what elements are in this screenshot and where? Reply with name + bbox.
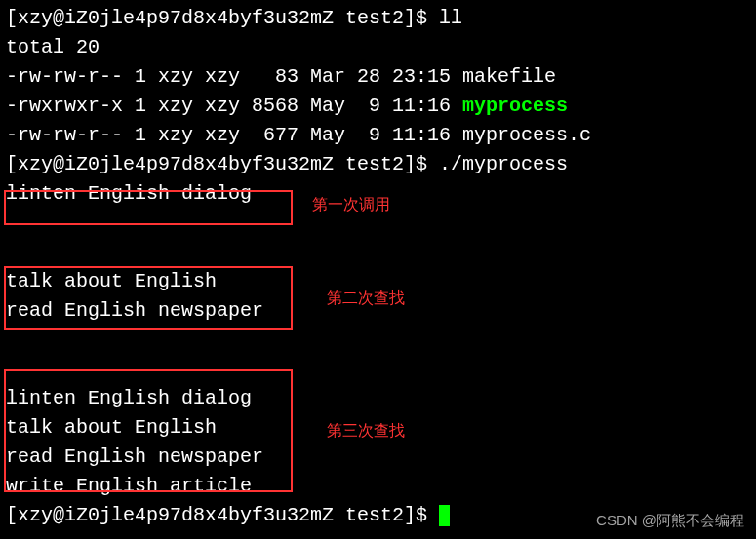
command-run: ./myprocess: [439, 153, 568, 175]
total-line: total 20: [6, 33, 750, 62]
watermark-text: CSDN @阿熊不会编程: [596, 510, 744, 532]
output-line: linten English dialog: [6, 384, 750, 413]
prompt-line-1: [xzy@iZ0jle4p97d8x4byf3u32mZ test2]$ ll: [6, 4, 750, 33]
prompt-line-2: [xzy@iZ0jle4p97d8x4byf3u32mZ test2]$ ./m…: [6, 150, 750, 179]
output-line: write English article: [6, 472, 750, 501]
shell-prompt: [xzy@iZ0jle4p97d8x4byf3u32mZ test2]$: [6, 153, 439, 175]
blank-line: [6, 355, 750, 384]
file-perms: -rwxrwxr-x 1 xzy xzy 8568 May 9 11:16: [6, 95, 462, 117]
file-row-makefile: -rw-rw-r-- 1 xzy xzy 83 Mar 28 23:15 mak…: [6, 62, 750, 92]
annotation-label-3: 第三次查找: [327, 419, 405, 443]
file-row-myprocess-c: -rw-rw-r-- 1 xzy xzy 677 May 9 11:16 myp…: [6, 121, 750, 150]
shell-prompt: [xzy@iZ0jle4p97d8x4byf3u32mZ test2]$: [6, 7, 439, 29]
cursor-icon[interactable]: [439, 505, 450, 526]
blank-line: [6, 238, 750, 267]
file-row-myprocess: -rwxrwxr-x 1 xzy xzy 8568 May 9 11:16 my…: [6, 92, 750, 121]
command-ll: ll: [439, 7, 462, 29]
annotation-label-2: 第二次查找: [327, 287, 405, 310]
shell-prompt: [xzy@iZ0jle4p97d8x4byf3u32mZ test2]$: [6, 504, 439, 526]
executable-name: myprocess: [462, 95, 568, 117]
annotation-label-1: 第一次调用: [312, 193, 390, 216]
blank-line: [6, 326, 750, 355]
output-line: read English newspaper: [6, 443, 750, 472]
